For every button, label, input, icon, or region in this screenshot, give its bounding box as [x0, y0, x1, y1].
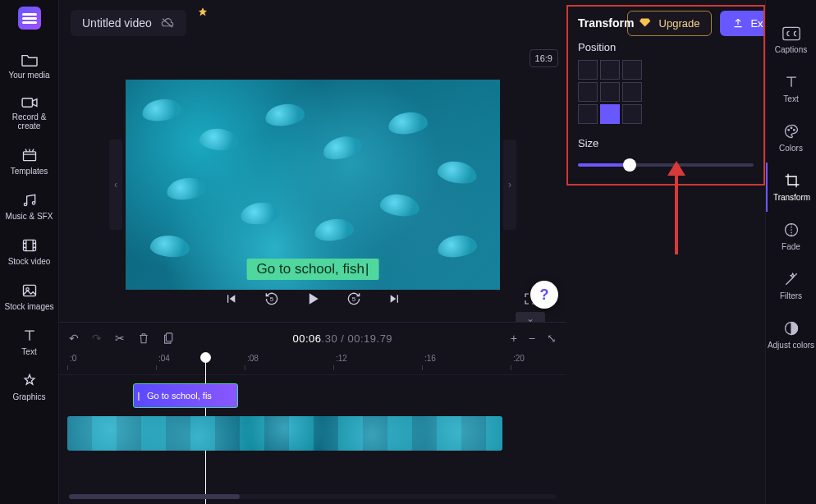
cc-icon — [782, 26, 800, 41]
svg-point-3 — [32, 202, 34, 204]
svg-point-10 — [791, 127, 792, 129]
label: Your media — [8, 71, 49, 80]
right-item-transform[interactable]: Transform — [766, 163, 817, 212]
right-item-filters[interactable]: Filters — [766, 261, 817, 310]
position-cell-tr[interactable] — [622, 60, 642, 80]
svg-rect-4 — [23, 240, 35, 250]
sidebar-item-graphics[interactable]: Graphics — [0, 364, 59, 410]
position-cell-mr[interactable] — [622, 82, 642, 102]
svg-rect-7 — [166, 333, 172, 341]
tracks[interactable]: || Go to school, fis — [59, 375, 566, 388]
premium-badge-icon — [197, 7, 209, 18]
right-toolbar: Captions Text Colors Transform Fade Filt… — [765, 0, 816, 504]
right-item-captions[interactable]: Captions — [766, 16, 817, 64]
position-cell-br[interactable] — [622, 104, 642, 124]
project-title-text: Untitled video — [82, 16, 152, 30]
timeline-scrollbar[interactable] — [69, 494, 557, 499]
timecode: 00:06.30 / 00:19.79 — [188, 332, 497, 345]
templates-icon — [21, 147, 38, 163]
crop-icon — [784, 172, 800, 189]
right-item-fade[interactable]: Fade — [766, 212, 817, 261]
skip-fwd-5-button[interactable] — [342, 287, 365, 310]
fit-timeline-button[interactable]: ⤡ — [547, 332, 557, 345]
position-cell-ml[interactable] — [578, 82, 598, 102]
sidebar-item-stock-video[interactable]: Stock video — [0, 229, 59, 274]
label: Stock video — [8, 257, 51, 266]
timeline-toolbar: ↶ ↷ ✂ 00:06.30 / 00:19.79 + − ⤡ — [59, 323, 566, 354]
label: Text — [21, 347, 36, 356]
sidebar-item-record-create[interactable]: Record & create — [0, 88, 59, 139]
video-clip[interactable] — [67, 416, 502, 451]
collapse-left-button[interactable]: ‹ — [109, 140, 122, 230]
right-item-adjust-colors[interactable]: Adjust colors — [766, 310, 817, 360]
collapse-right-button[interactable]: › — [503, 140, 516, 230]
music-icon — [21, 192, 38, 208]
svg-rect-8 — [782, 27, 799, 39]
sidebar-item-music-sfx[interactable]: Music & SFX — [0, 184, 59, 229]
text-icon — [21, 328, 38, 344]
image-icon — [21, 282, 38, 299]
undo-button[interactable]: ↶ — [69, 332, 79, 345]
left-toolbar: Your media Record & create Templates Mus… — [0, 0, 59, 504]
position-cell-mc[interactable] — [600, 82, 620, 102]
playback-controls — [59, 276, 566, 322]
svg-rect-1 — [23, 152, 35, 161]
zoom-out-button[interactable]: − — [529, 332, 535, 345]
transform-panel: Transform Position Size — [566, 5, 765, 186]
position-grid — [578, 60, 754, 124]
delete-button[interactable] — [138, 332, 149, 345]
position-cell-bl[interactable] — [578, 104, 598, 124]
contrast-icon — [783, 320, 800, 337]
scrollbar-thumb[interactable] — [69, 494, 240, 499]
label: Record & create — [0, 112, 59, 131]
play-button[interactable] — [301, 287, 324, 310]
clip-handle-icon[interactable]: || — [137, 391, 144, 401]
palette-icon — [783, 123, 800, 140]
zoom-in-button[interactable]: + — [511, 332, 517, 345]
panel-title: Transform — [578, 16, 754, 30]
svg-rect-5 — [23, 285, 35, 296]
annotation-arrow-icon — [675, 172, 678, 254]
sidebar-item-text[interactable]: Text — [0, 319, 59, 364]
graphics-icon — [21, 373, 38, 389]
app-logo-icon[interactable] — [18, 7, 41, 30]
right-item-text[interactable]: Text — [766, 64, 817, 113]
cloud-sync-off-icon — [160, 17, 175, 29]
position-label: Position — [578, 41, 754, 53]
sidebar-item-your-media[interactable]: Your media — [0, 44, 59, 88]
redo-button[interactable]: ↷ — [92, 332, 102, 345]
split-button[interactable]: ✂ — [115, 332, 125, 345]
svg-point-9 — [787, 130, 789, 131]
folder-icon — [21, 53, 39, 67]
sidebar-item-templates[interactable]: Templates — [0, 139, 59, 184]
label: Graphics — [12, 392, 45, 401]
text-clip[interactable]: || Go to school, fis — [133, 383, 238, 408]
size-label: Size — [578, 137, 754, 149]
wand-icon — [783, 271, 800, 287]
svg-rect-0 — [22, 99, 32, 108]
duplicate-button[interactable] — [163, 332, 175, 345]
clip-label: Go to school, fis — [147, 391, 212, 401]
camera-icon — [21, 96, 39, 109]
size-slider[interactable] — [578, 163, 754, 167]
next-frame-button[interactable] — [383, 287, 406, 310]
timeline: ↶ ↷ ✂ 00:06.30 / 00:19.79 + − ⤡ :0 :04 :… — [59, 322, 566, 504]
skip-back-5-button[interactable] — [260, 287, 283, 310]
project-title[interactable]: Untitled video — [71, 10, 186, 36]
position-cell-bc[interactable] — [600, 104, 620, 124]
svg-point-2 — [24, 203, 26, 205]
label: Stock images — [4, 302, 53, 311]
label: Templates — [11, 167, 48, 176]
film-icon — [21, 237, 38, 254]
help-button[interactable]: ? — [530, 281, 558, 309]
sidebar-item-stock-images[interactable]: Stock images — [0, 274, 59, 319]
position-cell-tl[interactable] — [578, 60, 598, 80]
video-preview[interactable]: Go to school, fish — [126, 80, 500, 290]
text-icon — [783, 74, 800, 90]
prev-frame-button[interactable] — [219, 287, 242, 310]
svg-point-11 — [793, 130, 795, 131]
position-cell-tc[interactable] — [600, 60, 620, 80]
fade-icon — [783, 222, 800, 238]
right-item-colors[interactable]: Colors — [766, 113, 817, 163]
timeline-ruler[interactable]: :0 :04 :08 :12 :16 :20 — [59, 354, 566, 375]
